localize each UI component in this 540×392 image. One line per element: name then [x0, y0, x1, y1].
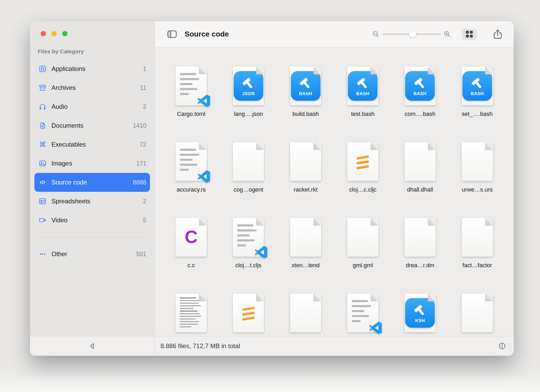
file-tile[interactable]: [163, 290, 220, 336]
sidebar-item-audio[interactable]: Audio 2: [34, 97, 150, 116]
sidebar-item-applications[interactable]: Applications 1: [34, 59, 150, 78]
file-name: lang….json: [234, 111, 263, 117]
sublime-text-icon: [240, 305, 257, 321]
sidebar-separator: [39, 237, 145, 237]
document-page: [233, 293, 264, 332]
bash-tool-icon: BASH: [405, 71, 435, 101]
sidebar-item-video[interactable]: Video 5: [34, 211, 150, 230]
json-tool-icon: JSON: [233, 71, 263, 101]
sublime-text-icon: [355, 153, 371, 170]
file-tile[interactable]: [334, 290, 391, 336]
grid-view-icon: [466, 31, 473, 38]
video-camera-icon: [38, 216, 47, 224]
page-title: Source code: [185, 30, 229, 38]
info-zone: [490, 336, 514, 356]
file-tile[interactable]: BASH com….bash: [391, 63, 449, 139]
text-lines: [180, 149, 200, 174]
zoom-out-icon: [372, 30, 380, 38]
sidebar-item-images[interactable]: Images 171: [34, 154, 150, 173]
file-tile[interactable]: [449, 290, 506, 336]
zoom-out-button[interactable]: [372, 30, 380, 38]
sidebar-item-other[interactable]: Other 501: [34, 245, 150, 264]
sidebar-item-spreadsheets[interactable]: Spreadsheets 2: [34, 192, 150, 211]
file-tile[interactable]: cog…ogent: [220, 139, 277, 215]
file-tile[interactable]: JSON lang….json: [220, 63, 277, 139]
close-button[interactable]: [41, 31, 46, 36]
file-tile[interactable]: cloj…t.cljs: [220, 215, 277, 290]
file-icon: [462, 139, 493, 184]
minimize-button[interactable]: [51, 31, 57, 36]
file-tile[interactable]: Cargo.toml: [163, 63, 220, 139]
zoom-slider-knob[interactable]: [409, 31, 416, 38]
status-summary: 8.886 files, 712,7 MB in total: [160, 342, 240, 350]
spreadsheet-icon: [38, 197, 47, 205]
sidebar: Files by Category Applications 1 Archive…: [30, 21, 155, 356]
file-icon: BASH: [404, 63, 436, 109]
file-name: cloj…t.cljs: [235, 262, 261, 269]
file-tile[interactable]: C c.c: [163, 215, 220, 290]
zoom-in-icon: [443, 30, 451, 38]
toolbar-right-group: [372, 28, 502, 40]
file-tile[interactable]: racket.rkt: [277, 139, 334, 215]
file-tile[interactable]: gml.gml: [334, 215, 391, 290]
zoom-slider[interactable]: [382, 34, 441, 35]
sidebar-item-archives[interactable]: Archives 11: [34, 78, 150, 97]
file-icon: KSH: [404, 290, 436, 336]
hammer-icon: [413, 76, 427, 91]
bash-tool-icon: BASH: [463, 71, 492, 101]
file-tile[interactable]: BASH build.bash: [277, 63, 334, 139]
sidebar-item-label: Source code: [51, 179, 87, 186]
file-icon: [290, 139, 321, 184]
document-page: BASH: [290, 66, 321, 105]
sidebar-item-source-code[interactable]: Source code 8886: [34, 173, 150, 192]
file-tile[interactable]: cloj…c.cljc: [334, 139, 391, 215]
info-button[interactable]: [498, 342, 506, 350]
file-tile[interactable]: [220, 290, 277, 336]
file-tile[interactable]: dhall.dhall: [391, 139, 449, 215]
file-tile[interactable]: accuracy.rs: [163, 139, 220, 215]
zoom-in-button[interactable]: [443, 30, 451, 38]
sidebar-item-count: 1: [143, 65, 146, 73]
share-button[interactable]: [493, 29, 502, 39]
hammer-icon: [298, 76, 313, 91]
file-tile[interactable]: KSH: [391, 290, 449, 336]
file-name: cloj…c.cljc: [349, 186, 376, 193]
grid-view-button[interactable]: [462, 28, 477, 40]
ellipsis-icon: [38, 250, 47, 258]
document-page: C: [175, 218, 207, 257]
file-icon: [233, 215, 264, 260]
info-icon: [498, 342, 506, 350]
vscode-badge-icon: [255, 246, 268, 259]
file-tile[interactable]: drea…r.dm: [391, 215, 449, 290]
file-tile[interactable]: [277, 290, 334, 336]
file-tile[interactable]: BASH test.bash: [334, 63, 391, 139]
file-name: accuracy.rs: [176, 186, 206, 193]
hammer-icon: [241, 76, 256, 91]
file-name: test.bash: [351, 111, 375, 117]
sidebar-item-executables[interactable]: ⌘ Executables 72: [34, 135, 150, 154]
category-list: Applications 1 Archives 11 Audio 2: [30, 59, 154, 264]
sidebar-item-label: Audio: [51, 103, 68, 110]
sidebar-item-label: Archives: [51, 84, 76, 91]
badge-label: KSH: [415, 318, 425, 323]
text-lines: [180, 73, 200, 98]
file-name: dhall.dhall: [407, 186, 433, 193]
main-panel: Source code: [155, 21, 514, 356]
sidebar-item-documents[interactable]: Documents 1410: [34, 116, 150, 135]
badge-label: BASH: [356, 91, 369, 96]
zoom-button[interactable]: [62, 31, 68, 36]
archive-box-icon: [38, 84, 47, 92]
sidebar-toggle-button[interactable]: [167, 30, 177, 38]
back-button[interactable]: [88, 342, 96, 350]
file-tile[interactable]: fact…factor: [449, 215, 506, 290]
file-tile[interactable]: urwe…s.urs: [449, 139, 506, 215]
document-page: [462, 218, 493, 257]
file-tile[interactable]: BASH set_….bash: [449, 63, 506, 139]
file-tile[interactable]: xten…tend: [277, 215, 334, 290]
app-window: Files by Category Applications 1 Archive…: [30, 21, 514, 356]
file-icon: [462, 290, 493, 336]
source-code-icon: [38, 178, 47, 186]
sidebar-item-count: 2: [143, 103, 146, 110]
badge-label: BASH: [413, 91, 427, 96]
document-page: BASH: [462, 66, 493, 105]
